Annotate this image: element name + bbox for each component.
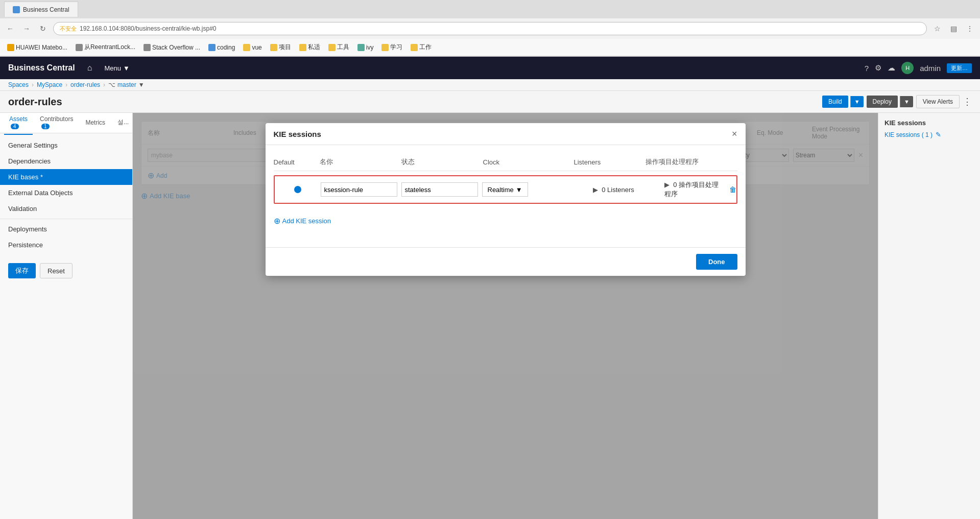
tab-assets[interactable]: Assets 4 xyxy=(4,113,33,135)
bookmark-icon-work xyxy=(411,44,418,51)
kie-sessions-count-link[interactable]: KIE sessions ( 1 ) xyxy=(885,131,933,138)
done-button[interactable]: Done xyxy=(696,254,737,270)
refresh-button[interactable]: ↻ xyxy=(37,22,49,35)
right-panel: KIE sessions KIE sessions ( 1 ) ✎ xyxy=(878,113,980,519)
sidebar-item-dependencies[interactable]: Dependencies xyxy=(0,153,132,169)
address-bar[interactable]: 不安全 192.168.0.104:8080/business-central/… xyxy=(53,22,927,35)
sidebar-item-kie-bases[interactable]: KIE bases * xyxy=(0,169,132,185)
add-kie-session-link[interactable]: ⊕ Add KIE session xyxy=(274,216,331,226)
bookmark-tools[interactable]: 工具 xyxy=(325,42,352,53)
page-header-row: order-rules Build ▼ Deploy ▼ View Alerts… xyxy=(0,91,980,113)
branch-icon: ⌥ xyxy=(108,81,115,88)
settings-icon[interactable]: ⚙ xyxy=(875,63,881,73)
sidebar: Assets 4 Contributors 1 Metrics 설... xyxy=(0,113,133,519)
bookmark-secrets[interactable]: 私适 xyxy=(296,42,323,53)
sidebar-item-deployments[interactable]: Deployments xyxy=(0,221,132,237)
bookmark-label-huawei: HUAWEI Matebo... xyxy=(16,44,67,51)
modal-table-header: Default 名你 状态 Clock Listeners 操作项目处理程序 xyxy=(274,153,737,171)
kie-sessions-modal: KIE sessions × Default 名你 状态 Clock xyxy=(266,123,746,276)
user-avatar[interactable]: H xyxy=(901,62,914,74)
app-logo: Business Central xyxy=(8,63,75,73)
forward-button[interactable]: → xyxy=(20,22,33,35)
page-title: order-rules xyxy=(8,96,62,108)
bookmark-label-secrets: 私适 xyxy=(308,43,320,52)
browser-chrome: Business Central ← → ↻ 不安全 192.168.0.104… xyxy=(0,0,980,57)
back-button[interactable]: ← xyxy=(4,22,16,35)
bookmark-label-vue: vue xyxy=(252,44,261,51)
deploy-button-group: Deploy ▼ xyxy=(867,96,913,108)
update-button[interactable]: 更新… xyxy=(947,63,972,73)
col-header-default: Default xyxy=(274,158,320,166)
modal-body: Default 名你 状态 Clock Listeners 操作项目处理程序 xyxy=(266,145,746,247)
bookmark-icon-reentrant xyxy=(76,44,83,51)
breadcrumb-sep3: › xyxy=(103,81,105,88)
actions-expand-icon[interactable]: ▶ xyxy=(664,181,670,188)
kie-session-edit-icon[interactable]: ✎ xyxy=(936,131,941,138)
session-radio-cell[interactable] xyxy=(275,186,321,193)
sidebar-bottom: 保存 Reset xyxy=(0,257,132,285)
build-dropdown-button[interactable]: ▼ xyxy=(850,96,864,107)
radio-dot xyxy=(294,186,301,193)
more-options-icon[interactable]: ⋮ xyxy=(963,96,972,107)
view-alerts-button[interactable]: View Alerts xyxy=(916,95,960,108)
actions-cell: ▶ 0 操作项目处理程序 xyxy=(664,180,725,199)
col-header-state: 状态 xyxy=(401,157,483,167)
bookmark-huawei[interactable]: HUAWEI Matebo... xyxy=(4,43,70,52)
deploy-dropdown-button[interactable]: ▼ xyxy=(900,96,913,107)
breadcrumb-branch[interactable]: ⌥ master ▼ xyxy=(108,81,145,88)
user-label: admin xyxy=(920,64,941,73)
reset-button[interactable]: Reset xyxy=(40,263,73,278)
bookmark-button[interactable]: ☆ xyxy=(931,22,943,35)
session-name-input[interactable] xyxy=(321,182,397,197)
save-button[interactable]: 保存 xyxy=(8,263,36,278)
sidebar-item-external-data[interactable]: External Data Objects xyxy=(0,185,132,201)
menu-button[interactable]: ⋮ xyxy=(964,22,976,35)
bookmark-label-project: 项目 xyxy=(279,43,291,52)
branch-dropdown-icon[interactable]: ▼ xyxy=(138,81,145,88)
help-icon[interactable]: ? xyxy=(865,64,869,73)
bookmark-label-work: 工作 xyxy=(419,43,432,52)
sidebar-item-general-settings[interactable]: General Settings xyxy=(0,137,132,153)
build-button[interactable]: Build xyxy=(822,96,848,108)
bookmark-coding[interactable]: coding xyxy=(205,43,238,52)
session-clock-button[interactable]: Realtime ▼ xyxy=(482,182,528,197)
bookmark-stackoverflow[interactable]: Stack Overflow ... xyxy=(140,43,203,52)
active-tab[interactable]: Business Central xyxy=(4,2,78,17)
bookmark-work[interactable]: 工作 xyxy=(408,42,435,53)
breadcrumb-sep1: › xyxy=(32,81,34,88)
bookmark-label-study: 学习 xyxy=(390,43,402,52)
app-logo-text: Business Central xyxy=(8,63,75,73)
bookmark-label-reentrant: 从ReentrantLock... xyxy=(84,43,135,52)
breadcrumb-sep2: › xyxy=(65,81,67,88)
breadcrumb-order-rules[interactable]: order-rules xyxy=(70,81,100,88)
tab-metrics[interactable]: Metrics xyxy=(80,115,110,131)
bookmark-project[interactable]: 项目 xyxy=(267,42,294,53)
right-panel-session-row: KIE sessions ( 1 ) ✎ xyxy=(885,131,974,138)
bookmark-icon-ivy xyxy=(357,44,365,51)
breadcrumb-master[interactable]: master xyxy=(117,81,136,88)
address-text: 192.168.0.104:8080/business-central/kie-… xyxy=(80,25,217,32)
tab-more[interactable]: 설... xyxy=(112,114,133,132)
session-state-input[interactable] xyxy=(401,182,478,197)
extensions-button[interactable]: ▤ xyxy=(947,22,960,35)
sidebar-item-validation[interactable]: Validation xyxy=(0,201,132,217)
modal-close-button[interactable]: × xyxy=(732,129,737,138)
home-button[interactable]: ⌂ xyxy=(83,61,97,75)
deploy-button[interactable]: Deploy xyxy=(867,96,898,108)
bookmark-reentrant[interactable]: 从ReentrantLock... xyxy=(73,42,138,53)
sidebar-menu: General Settings Dependencies KIE bases … xyxy=(0,133,132,257)
bookmark-vue[interactable]: vue xyxy=(240,43,265,52)
modal-footer: Done xyxy=(266,247,746,276)
bookmark-icon-vue xyxy=(243,44,250,51)
actions-label: 操作项目处理程序 xyxy=(664,181,719,198)
tab-contributors[interactable]: Contributors 1 xyxy=(35,113,78,135)
deploy-icon[interactable]: ☁ xyxy=(888,63,895,73)
breadcrumb-spaces[interactable]: Spaces xyxy=(8,81,29,88)
sidebar-item-persistence[interactable]: Persistence xyxy=(0,237,132,253)
bookmark-study[interactable]: 学习 xyxy=(378,42,405,53)
listeners-expand-icon[interactable]: ▶ xyxy=(593,186,598,194)
menu-dropdown-button[interactable]: Menu ▼ xyxy=(104,64,129,72)
breadcrumb-myspace[interactable]: MySpace xyxy=(37,81,62,88)
bookmark-ivy[interactable]: ivy xyxy=(354,43,377,52)
session-delete-button[interactable]: 🗑 xyxy=(729,185,736,194)
